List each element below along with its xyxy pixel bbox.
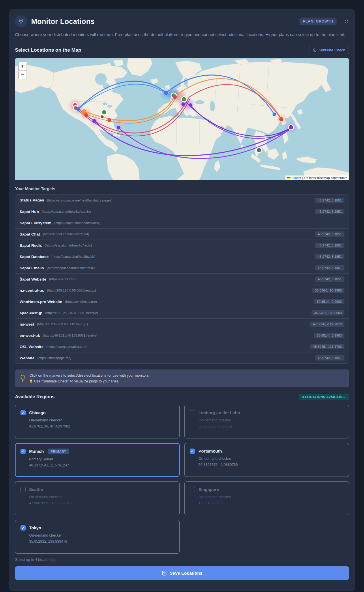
region-card-singapore[interactable]: Singapore On-demand checker 1.29, 103.85…: [184, 481, 349, 515]
target-name: Sapat Filesystem: [20, 221, 51, 225]
target-url: (http://103.125.216.51:8081/readyz): [45, 311, 98, 315]
marker-uk-blue[interactable]: [164, 91, 168, 95]
region-checkbox[interactable]: [20, 525, 26, 531]
region-name: Portsmouth: [198, 449, 222, 453]
region-coords: 41.8781136, -87.6297982: [29, 424, 174, 428]
marker-chicago[interactable]: [102, 110, 107, 115]
target-name: Sapat Redis: [20, 243, 42, 248]
region-type: On-demand checker: [29, 533, 174, 537]
target-row: Šapat Website (https://sapat.chat) 48.97…: [15, 273, 349, 285]
region-card-limburg-an-der-lahn[interactable]: Limburg an der Lahn On-demand checker 50…: [184, 405, 349, 438]
marker-korea-red[interactable]: [279, 117, 283, 121]
target-coords-badge: 48.9742, 8.1851: [315, 231, 344, 237]
marker-munich[interactable]: [181, 97, 187, 102]
region-type: On-demand checker: [29, 418, 174, 422]
region-checkbox[interactable]: [20, 410, 26, 415]
region-card-chicago[interactable]: Chicago On-demand checker 41.8781136, -8…: [15, 405, 180, 438]
refresh-icon[interactable]: [344, 19, 349, 24]
tip-box: Click on the markers to select/deselect …: [15, 369, 349, 387]
target-coords-badge: 48.9742, 8.1851: [315, 198, 344, 203]
marker-singapore[interactable]: [256, 147, 262, 153]
availability-badge: 4 LOCATIONS AVAILABLE: [299, 394, 349, 400]
region-card-seattle[interactable]: Seattle On-demand checker 47.6062095, -1…: [15, 481, 180, 515]
targets-heading: Your Monitor Targets: [15, 186, 349, 191]
target-name: WhoHosts.pro Website: [20, 300, 62, 304]
marker-ping-red-a[interactable]: [85, 113, 88, 117]
region-name: Tokyo: [29, 526, 41, 530]
target-row: Sapat Filesystem (https://sapat.chat/hea…: [15, 217, 349, 228]
save-locations-button[interactable]: Save Locations: [15, 566, 349, 580]
region-card-munich[interactable]: Munich PRIMARY Primary Server 48.1371541…: [15, 443, 180, 477]
lightbulb-icon: [20, 374, 26, 383]
target-row: Website (https://statuspage.me) 48.9742,…: [15, 352, 349, 363]
marker-portsmouth-red[interactable]: [173, 95, 177, 99]
marker-ping-purple-d[interactable]: [189, 103, 192, 107]
target-url: (https://sapat.chat/healthz/email): [47, 266, 95, 270]
target-url: (https://statuspage.me/healthz/status-pa…: [47, 199, 112, 202]
region-type: On-demand checker: [198, 457, 344, 461]
page-title: Monitor Locations: [31, 17, 295, 26]
simulate-check-button[interactable]: Simulate Check: [309, 46, 349, 54]
map-section-heading: Select Locations on the Map: [15, 47, 81, 53]
target-name: Website: [20, 356, 35, 360]
marker-ping-purple-b[interactable]: [117, 126, 121, 130]
target-row: Status Pages (https://statuspage.me/heal…: [15, 195, 349, 206]
region-name: Chicago: [29, 410, 46, 415]
target-name: na-west: [20, 322, 34, 326]
marker-korea-blue[interactable]: [273, 113, 276, 116]
region-coords: 1.29, 103.8503: [198, 501, 344, 505]
ukraine-flag-icon: [287, 177, 290, 179]
marker-tokyo[interactable]: [288, 125, 294, 130]
save-locations-label: Save Locations: [170, 571, 202, 576]
target-name: Šapat Website: [20, 277, 46, 281]
region-coords: 47.6062095, -122.3320708: [29, 501, 174, 505]
zoom-out-button[interactable]: −: [19, 70, 27, 79]
region-name: Seattle: [29, 487, 43, 492]
target-name: na-central-us: [20, 288, 44, 293]
tip-line-1: Click on the markers to select/deselect …: [29, 373, 150, 378]
region-checkbox[interactable]: [190, 449, 195, 454]
marker-seattle-blue[interactable]: [76, 107, 80, 111]
region-card-tokyo[interactable]: Tokyo On-demand checker 35.652832, 139.8…: [15, 520, 180, 554]
marker-ping-purple-c[interactable]: [181, 102, 185, 106]
leaflet-link[interactable]: Leaflet: [292, 176, 301, 180]
region-checkbox[interactable]: [190, 410, 195, 415]
marker-ping-red-b[interactable]: [108, 118, 111, 122]
target-url: (https://sapat.chat/healthz/redis): [45, 244, 92, 247]
region-checkbox[interactable]: [20, 449, 26, 454]
primary-badge: PRIMARY: [48, 449, 69, 454]
attribution-separator: |: [302, 176, 303, 180]
plan-badge: PLAN: GROWTH: [299, 18, 337, 25]
target-coords-badge: 50.8514, -0.9903: [314, 299, 344, 304]
target-name: Sapat Hub: [20, 210, 39, 214]
target-name: Sapat Chat: [20, 232, 40, 236]
target-coords-badge: 47.3066, -122.2619: [310, 322, 344, 327]
page-description: Choose where your distributed monitors w…: [15, 31, 349, 38]
play-circle-icon: [313, 48, 317, 52]
target-url: (https://statuspage.me): [37, 356, 72, 360]
target-row: Sapat Redis (https://sapat.chat/healthz/…: [15, 240, 349, 251]
target-row: Sapat Hub (https://sapat.chat/healthz/ad…: [15, 206, 349, 217]
tip-line-2: Use "Simulate Check" to visualize pings …: [34, 378, 119, 384]
target-url: (https://sapat.chat/healthz/db): [52, 255, 95, 258]
target-url: (http://209.126.0.56:8081/readyz): [47, 289, 96, 292]
osm-attribution[interactable]: © OpenStreetMap contributors: [304, 176, 347, 180]
region-coords: 50.8197675, -1.0880769: [198, 463, 344, 467]
marker-ping-purple-a[interactable]: [93, 119, 96, 123]
target-url: (https://openstartuplist.com): [46, 345, 87, 348]
region-type: Primary Server: [29, 457, 174, 461]
region-checkbox[interactable]: [20, 487, 26, 492]
save-icon: [162, 570, 167, 576]
region-name: Limburg an der Lahn: [198, 410, 240, 415]
target-name: Sapat Emails: [20, 266, 44, 270]
target-coords-badge: 45.5945, -121.1786: [310, 344, 344, 349]
target-coords-badge: 38.6364, -90.1985: [312, 288, 344, 293]
target-coords-badge: 48.9742, 8.1851: [315, 355, 344, 361]
map-zoom-control: + −: [18, 61, 27, 79]
zoom-in-button[interactable]: +: [19, 62, 27, 70]
region-checkbox[interactable]: [190, 487, 195, 492]
region-card-portsmouth[interactable]: Portsmouth On-demand checker 50.8197675,…: [184, 443, 349, 477]
world-map[interactable]: + − Leaflet | © OpenStreetMap contributo…: [15, 58, 349, 180]
marker-ping-maroon[interactable]: [100, 115, 104, 119]
monitor-locations-panel: Monitor Locations PLAN: GROWTH Choose wh…: [9, 9, 355, 591]
